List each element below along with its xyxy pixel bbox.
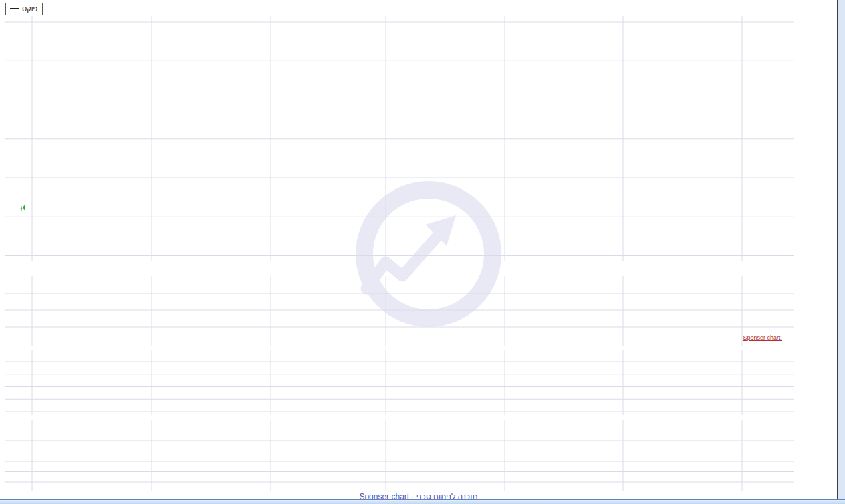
legend: פוקס (5, 3, 43, 15)
volume-panel-note: Sponser chart. (743, 334, 782, 341)
candle-body (20, 209, 22, 209)
series-line-icon (10, 8, 19, 9)
window-right-edge (837, 0, 845, 504)
candles-layer (20, 205, 25, 211)
chart-canvas[interactable] (0, 0, 845, 499)
legend-series-label: פוקס (22, 5, 37, 13)
watermark-logo (364, 190, 493, 318)
window-bottom-edge (0, 499, 845, 504)
watermark-arrow-shaft (366, 229, 444, 289)
candle-body (23, 207, 25, 209)
chart-window: פוקס Sponser chart. Sponser chart - תוכנ… (0, 0, 845, 504)
gridlines (5, 16, 794, 491)
